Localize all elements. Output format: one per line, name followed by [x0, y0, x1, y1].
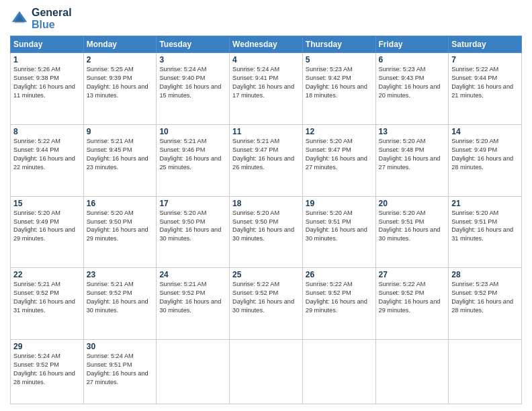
calendar-day-cell: 17 Sunrise: 5:20 AM Sunset: 9:50 PM Dayl… [157, 196, 230, 268]
calendar-day-cell [230, 340, 303, 404]
day-number: 23 [87, 270, 154, 279]
logo: General Blue [10, 7, 72, 30]
sunset-label: Sunset: 9:51 PM [379, 218, 425, 225]
sunrise-label: Sunrise: 5:21 AM [159, 138, 206, 144]
day-info: Sunrise: 5:20 AM Sunset: 9:47 PM Dayligh… [306, 137, 373, 172]
day-info: Sunrise: 5:21 AM Sunset: 9:52 PM Dayligh… [13, 280, 81, 315]
sunset-label: Sunset: 9:50 PM [159, 218, 205, 225]
daylight-label: Daylight: 16 hours and 27 minutes. [87, 370, 148, 385]
day-info: Sunrise: 5:20 AM Sunset: 9:51 PM Dayligh… [379, 209, 446, 244]
day-number: 9 [87, 127, 154, 136]
daylight-label: Daylight: 16 hours and 22 minutes. [13, 155, 75, 171]
sunrise-label: Sunrise: 5:24 AM [232, 66, 279, 73]
calendar-day-cell: 22 Sunrise: 5:21 AM Sunset: 9:52 PM Dayl… [11, 268, 84, 340]
sunrise-label: Sunrise: 5:22 AM [13, 138, 60, 144]
sunset-label: Sunset: 9:46 PM [159, 146, 205, 153]
day-header: Sunday [11, 36, 84, 53]
calendar-day-cell [449, 340, 522, 404]
sunrise-label: Sunrise: 5:24 AM [87, 353, 134, 359]
day-number: 27 [379, 270, 446, 279]
day-number: 6 [379, 55, 446, 64]
sunrise-label: Sunrise: 5:21 AM [232, 138, 279, 144]
sunset-label: Sunset: 9:42 PM [306, 75, 351, 81]
daylight-label: Daylight: 16 hours and 30 minutes. [232, 298, 294, 314]
sunrise-label: Sunrise: 5:21 AM [87, 281, 134, 287]
day-info: Sunrise: 5:21 AM Sunset: 9:52 PM Dayligh… [87, 280, 154, 315]
calendar-day-cell: 10 Sunrise: 5:21 AM Sunset: 9:46 PM Dayl… [157, 124, 230, 196]
daylight-label: Daylight: 16 hours and 18 minutes. [306, 83, 367, 99]
day-info: Sunrise: 5:24 AM Sunset: 9:41 PM Dayligh… [232, 65, 300, 100]
day-info: Sunrise: 5:23 AM Sunset: 9:42 PM Dayligh… [306, 65, 373, 100]
calendar-table: SundayMondayTuesdayWednesdayThursdayFrid… [10, 36, 522, 404]
day-info: Sunrise: 5:22 AM Sunset: 9:52 PM Dayligh… [232, 280, 300, 315]
sunrise-label: Sunrise: 5:20 AM [379, 138, 426, 144]
sunrise-label: Sunrise: 5:25 AM [87, 66, 134, 73]
daylight-label: Daylight: 16 hours and 25 minutes. [159, 155, 221, 171]
sunset-label: Sunset: 9:52 PM [159, 289, 205, 296]
daylight-label: Daylight: 16 hours and 28 minutes. [451, 155, 513, 171]
sunrise-label: Sunrise: 5:21 AM [87, 138, 134, 144]
calendar-day-cell [375, 340, 449, 404]
day-number: 22 [13, 270, 81, 279]
sunrise-label: Sunrise: 5:20 AM [379, 210, 426, 216]
day-number: 26 [306, 270, 373, 279]
day-header: Thursday [302, 36, 375, 53]
daylight-label: Daylight: 16 hours and 29 minutes. [306, 298, 367, 314]
sunrise-label: Sunrise: 5:24 AM [13, 353, 60, 359]
day-header: Tuesday [157, 36, 230, 53]
day-number: 16 [87, 199, 154, 208]
calendar-day-cell: 6 Sunrise: 5:23 AM Sunset: 9:43 PM Dayli… [375, 53, 449, 125]
day-number: 17 [159, 199, 226, 208]
calendar-day-cell [302, 340, 375, 404]
calendar-day-cell: 24 Sunrise: 5:21 AM Sunset: 9:52 PM Dayl… [157, 268, 230, 340]
day-info: Sunrise: 5:20 AM Sunset: 9:50 PM Dayligh… [159, 209, 226, 244]
day-number: 25 [232, 270, 300, 279]
calendar-day-cell: 19 Sunrise: 5:20 AM Sunset: 9:51 PM Dayl… [302, 196, 375, 268]
calendar-day-cell: 23 Sunrise: 5:21 AM Sunset: 9:52 PM Dayl… [83, 268, 157, 340]
sunrise-label: Sunrise: 5:21 AM [13, 281, 60, 287]
daylight-label: Daylight: 16 hours and 26 minutes. [232, 155, 294, 171]
daylight-label: Daylight: 16 hours and 27 minutes. [306, 155, 367, 171]
day-number: 11 [232, 127, 300, 136]
day-number: 14 [451, 127, 519, 136]
sunset-label: Sunset: 9:44 PM [13, 146, 59, 153]
calendar-day-cell: 3 Sunrise: 5:24 AM Sunset: 9:40 PM Dayli… [157, 53, 230, 125]
sunset-label: Sunset: 9:44 PM [451, 75, 497, 81]
day-number: 18 [232, 199, 300, 208]
sunset-label: Sunset: 9:50 PM [87, 218, 132, 225]
sunrise-label: Sunrise: 5:24 AM [159, 66, 206, 73]
sunset-label: Sunset: 9:40 PM [159, 75, 205, 81]
day-info: Sunrise: 5:22 AM Sunset: 9:44 PM Dayligh… [451, 65, 519, 100]
day-info: Sunrise: 5:24 AM Sunset: 9:52 PM Dayligh… [13, 352, 81, 387]
daylight-label: Daylight: 16 hours and 28 minutes. [13, 370, 75, 385]
daylight-label: Daylight: 16 hours and 30 minutes. [232, 226, 294, 242]
day-header: Monday [83, 36, 157, 53]
day-info: Sunrise: 5:23 AM Sunset: 9:43 PM Dayligh… [379, 65, 446, 100]
calendar-day-cell: 25 Sunrise: 5:22 AM Sunset: 9:52 PM Dayl… [230, 268, 303, 340]
daylight-label: Daylight: 16 hours and 31 minutes. [451, 226, 513, 242]
daylight-label: Daylight: 16 hours and 30 minutes. [379, 226, 441, 242]
day-info: Sunrise: 5:26 AM Sunset: 9:38 PM Dayligh… [13, 65, 81, 100]
calendar-day-cell: 27 Sunrise: 5:22 AM Sunset: 9:52 PM Dayl… [375, 268, 449, 340]
calendar-day-cell: 14 Sunrise: 5:20 AM Sunset: 9:49 PM Dayl… [449, 124, 522, 196]
daylight-label: Daylight: 16 hours and 13 minutes. [87, 83, 148, 99]
calendar-day-cell: 20 Sunrise: 5:20 AM Sunset: 9:51 PM Dayl… [375, 196, 449, 268]
sunset-label: Sunset: 9:38 PM [13, 75, 59, 81]
calendar-day-cell: 5 Sunrise: 5:23 AM Sunset: 9:42 PM Dayli… [302, 53, 375, 125]
calendar-day-cell: 4 Sunrise: 5:24 AM Sunset: 9:41 PM Dayli… [230, 53, 303, 125]
sunset-label: Sunset: 9:41 PM [232, 75, 278, 81]
daylight-label: Daylight: 16 hours and 28 minutes. [451, 298, 513, 314]
sunset-label: Sunset: 9:52 PM [13, 289, 59, 296]
day-info: Sunrise: 5:24 AM Sunset: 9:40 PM Dayligh… [159, 65, 226, 100]
daylight-label: Daylight: 16 hours and 30 minutes. [159, 298, 221, 314]
day-info: Sunrise: 5:21 AM Sunset: 9:52 PM Dayligh… [159, 280, 226, 315]
sunset-label: Sunset: 9:51 PM [306, 218, 351, 225]
calendar-week-row: 15 Sunrise: 5:20 AM Sunset: 9:49 PM Dayl… [11, 196, 522, 268]
daylight-label: Daylight: 16 hours and 23 minutes. [87, 155, 148, 171]
sunrise-label: Sunrise: 5:22 AM [306, 281, 353, 287]
calendar-day-cell: 7 Sunrise: 5:22 AM Sunset: 9:44 PM Dayli… [449, 53, 522, 125]
day-info: Sunrise: 5:20 AM Sunset: 9:49 PM Dayligh… [451, 137, 519, 172]
logo-text: General Blue [32, 7, 72, 30]
sunrise-label: Sunrise: 5:22 AM [379, 281, 426, 287]
day-info: Sunrise: 5:20 AM Sunset: 9:49 PM Dayligh… [13, 209, 81, 244]
